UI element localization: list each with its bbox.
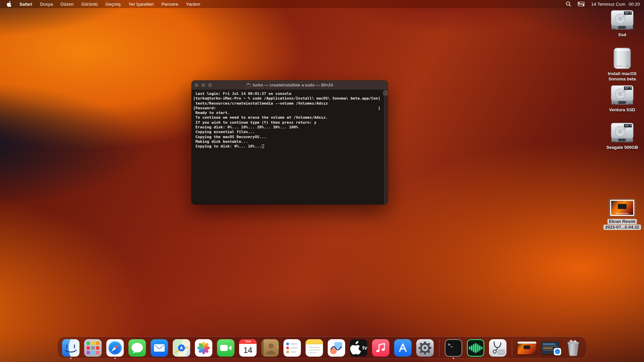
desktop-icon-label-line: Install macOS: [608, 71, 637, 76]
dock-item-music[interactable]: [372, 339, 389, 357]
menu-item-dosya[interactable]: Dosya: [40, 2, 53, 7]
dock-item-freeform[interactable]: [328, 339, 345, 357]
terminal-line: Erasing disk: 0%... 10%... 20%... 30%...…: [193, 125, 388, 130]
dock-item-safari[interactable]: [106, 339, 124, 357]
dock-item-trash[interactable]: [565, 339, 582, 357]
terminal-proxy-icon: [246, 83, 251, 87]
dock-item-mail[interactable]: [151, 339, 168, 357]
reminders-icon: [283, 339, 301, 357]
desktop-icon-ventura-ssd[interactable]: Ventura SSD: [603, 85, 642, 113]
external-drive-icon: [613, 48, 632, 70]
safari-icon: [106, 339, 124, 357]
menu-bar: Safari Dosya Düzen Görüntü Geçmiş Yer İş…: [0, 0, 644, 8]
terminal-line: Copying essential files...: [193, 130, 388, 134]
dock-item-minimized-safari[interactable]: [541, 342, 560, 354]
app-menu-title[interactable]: Safari: [19, 2, 32, 7]
dock-item-terminal[interactable]: >_: [445, 339, 462, 357]
control-center-icon[interactable]: [578, 2, 585, 6]
messages-icon: [128, 339, 146, 357]
macos-desktop: Safari Dosya Düzen Görüntü Geçmiş Yer İş…: [0, 0, 644, 362]
dock-item-maps[interactable]: [173, 339, 190, 357]
desktop-icon-ssd[interactable]: Ssd: [603, 10, 642, 38]
apple-logo-icon: [350, 339, 362, 357]
launchpad-icon: [84, 339, 102, 357]
terminal-line: Copying to disk: 0%... 10%...: [193, 144, 388, 149]
dock-item-launchpad[interactable]: [84, 339, 102, 357]
zoom-button[interactable]: [208, 83, 212, 87]
desktop-icon-label: Ssd: [618, 32, 626, 38]
contacts-icon: [261, 339, 279, 357]
menu-item-geçmiş[interactable]: Geçmiş: [105, 2, 121, 7]
tv-label: tv: [362, 345, 367, 351]
music-icon: [372, 339, 389, 357]
desktop-icon-label-line: 2023-07...0.04.32: [603, 225, 641, 230]
dock-item-finder[interactable]: [62, 339, 79, 357]
mail-icon: [151, 339, 168, 357]
terminal-line: Ready to start.: [193, 111, 388, 115]
terminal-output: Last login: Fri Jul 14 00:01:37 on conso…: [193, 92, 388, 149]
dock-item-contacts[interactable]: [261, 339, 279, 357]
menu-item-yer-i̇şaretleri[interactable]: Yer İşaretleri: [128, 2, 154, 7]
terminal-window[interactable]: turko — createinstallme ◂ sudo — 80×24 L…: [192, 80, 388, 204]
app-store-icon: [394, 339, 412, 357]
menu-item-pencere[interactable]: Pencere: [161, 2, 178, 7]
screenshot-file-icon: [608, 198, 636, 217]
dock-item-disk-utility[interactable]: [489, 339, 506, 357]
dock: TEM 14: [57, 337, 587, 359]
terminal-scrollbar[interactable]: [384, 90, 388, 204]
terminal-content[interactable]: Last login: Fri Jul 14 00:01:37 on conso…: [192, 90, 388, 204]
terminal-titlebar[interactable]: turko — createinstallme ◂ sudo — 80×24: [192, 80, 388, 90]
dock-item-notes[interactable]: [306, 339, 323, 357]
dock-items: TEM 14: [62, 339, 582, 357]
calendar-icon: TEM 14: [239, 339, 257, 357]
audio-waveform-app-icon: [467, 339, 484, 357]
maps-icon: [173, 339, 190, 357]
dock-item-reminders[interactable]: [283, 339, 301, 357]
dock-divider: [512, 340, 512, 356]
dock-item-minimized-screenshot[interactable]: [518, 342, 536, 354]
terminal-marks-icon[interactable]: [383, 91, 387, 95]
desktop-icon-label: Install macOSSonoma beta: [608, 71, 637, 82]
menu-item-yardım[interactable]: Yardım: [186, 2, 201, 7]
app-menus: Dosya Düzen Görüntü Geçmiş Yer İşaretler…: [40, 2, 200, 7]
terminal-app-icon: >_: [445, 339, 462, 357]
facetime-icon: [217, 339, 234, 357]
terminal-title-text: turko — createinstallme ◂ sudo — 80×24: [253, 82, 333, 87]
safari-badge-icon: [554, 348, 561, 355]
terminal-line: tents/Resources/createinstallmedia --vol…: [193, 101, 388, 106]
menu-bar-time: 00:20: [629, 2, 640, 7]
desktop-icon-label: Seagate 500GB: [606, 145, 638, 150]
dock-item-calendar[interactable]: TEM 14: [239, 339, 257, 357]
minimize-button[interactable]: [201, 83, 205, 87]
dock-item-messages[interactable]: [128, 339, 146, 357]
desktop-icon-label-line: Sonoma beta: [608, 76, 637, 82]
dock-divider: [439, 340, 439, 356]
running-indicator: [70, 358, 71, 359]
dock-item-audio-app[interactable]: [467, 339, 484, 357]
menu-item-düzen[interactable]: Düzen: [60, 2, 73, 7]
dock-item-appstore[interactable]: [394, 339, 412, 357]
dock-item-facetime[interactable]: [217, 339, 234, 357]
desktop-icon-label: Ventura SSD: [609, 107, 635, 113]
menu-item-görüntü[interactable]: Görüntü: [81, 2, 98, 7]
dock-item-settings[interactable]: [416, 339, 434, 357]
menu-bar-date: 14 Temmuz Cum: [591, 2, 625, 7]
apple-tv-icon: tv: [350, 339, 367, 357]
disk-utility-icon: [489, 339, 506, 357]
terminal-line: Copying the macOS RecoveryOS...: [193, 135, 388, 139]
desktop-icon-install-macos-sonoma-beta[interactable]: Install macOSSonoma beta: [603, 48, 642, 82]
desktop-icon-label-line: Seagate 500GB: [606, 145, 638, 150]
freeform-icon: [328, 339, 345, 357]
apple-menu[interactable]: [7, 1, 12, 7]
menu-bar-clock[interactable]: 14 Temmuz Cum 00:20: [591, 2, 640, 7]
dock-item-photos[interactable]: [195, 339, 212, 357]
terminal-cursor: [262, 144, 264, 148]
running-indicator: [453, 358, 454, 359]
internal-drive-icon: [610, 10, 634, 31]
spotlight-search-icon[interactable]: [566, 1, 571, 7]
desktop-icon-ekran-resmi[interactable]: Ekran Resmi2023-07...0.04.32: [603, 198, 642, 230]
close-button[interactable]: [195, 83, 199, 87]
dock-item-appletv[interactable]: tv: [350, 339, 367, 357]
desktop-icon-seagate-500gb[interactable]: Seagate 500GB: [603, 123, 642, 150]
internal-drive-icon: [610, 85, 634, 106]
